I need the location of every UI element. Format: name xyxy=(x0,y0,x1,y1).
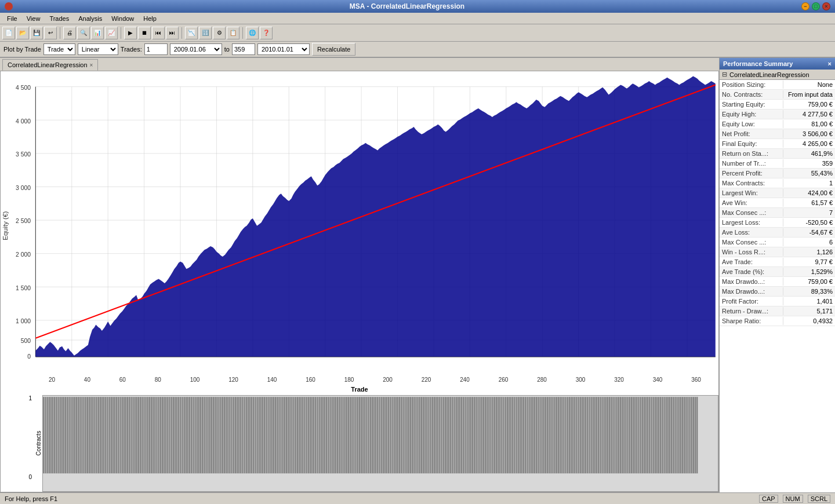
perf-header: Performance Summary × xyxy=(720,58,835,70)
minimize-button[interactable]: − xyxy=(801,2,809,10)
svg-rect-316 xyxy=(539,397,541,473)
svg-rect-120 xyxy=(181,397,183,473)
recalculate-button[interactable]: Recalculate xyxy=(312,43,355,56)
toolbar-btn11[interactable]: ⏮ xyxy=(152,27,165,39)
svg-rect-353 xyxy=(607,397,609,473)
svg-rect-75 xyxy=(100,397,101,473)
svg-rect-400 xyxy=(693,397,695,473)
toolbar-btn4[interactable]: ↩ xyxy=(44,27,57,39)
svg-rect-100 xyxy=(145,397,147,473)
menu-window[interactable]: Window xyxy=(107,14,139,23)
svg-rect-290 xyxy=(492,397,493,473)
svg-rect-337 xyxy=(578,397,579,473)
svg-rect-294 xyxy=(499,397,501,473)
perf-val-2: 759,00 € xyxy=(783,100,835,108)
svg-rect-160 xyxy=(255,397,256,473)
menu-bar: File View Trades Analysis Window Help xyxy=(0,13,835,24)
svg-rect-128 xyxy=(196,397,198,473)
date-from-select[interactable]: 2009.01.06 xyxy=(170,43,222,55)
open-button[interactable]: 📂 xyxy=(16,27,29,39)
svg-rect-254 xyxy=(426,397,428,473)
toolbar-btn15[interactable]: ⚙ xyxy=(213,27,226,39)
x-label-220: 220 xyxy=(422,377,431,383)
svg-rect-118 xyxy=(178,397,180,473)
menu-analysis[interactable]: Analysis xyxy=(74,14,107,23)
to-value-input[interactable] xyxy=(232,43,255,55)
perf-close-btn[interactable]: × xyxy=(828,60,832,67)
svg-rect-380 xyxy=(656,397,658,473)
toolbar-btn10[interactable]: ⏹ xyxy=(138,27,151,39)
svg-rect-281 xyxy=(475,397,477,473)
svg-rect-65 xyxy=(81,397,83,473)
svg-rect-365 xyxy=(629,397,630,473)
maximize-button[interactable]: □ xyxy=(812,2,820,10)
svg-rect-137 xyxy=(213,397,215,473)
svg-text:4 000: 4 000 xyxy=(16,117,31,124)
tab-close-button[interactable]: × xyxy=(90,62,93,68)
toolbar-btn6[interactable]: 🔍 xyxy=(77,27,90,39)
svg-rect-364 xyxy=(627,397,629,473)
collapse-icon[interactable]: ⊟ xyxy=(722,71,727,78)
new-button[interactable]: 📄 xyxy=(2,27,15,39)
svg-rect-350 xyxy=(601,397,603,473)
svg-rect-168 xyxy=(269,397,271,473)
x-label-260: 260 xyxy=(499,377,509,383)
svg-rect-171 xyxy=(275,397,277,473)
title-bar: MSA - CorrelatedLinearRegression − □ × xyxy=(0,0,835,13)
svg-rect-303 xyxy=(515,397,517,473)
toolbar-btn9[interactable]: ▶ xyxy=(124,27,137,39)
svg-rect-132 xyxy=(204,397,205,473)
svg-rect-143 xyxy=(224,397,226,473)
linear-select[interactable]: Linear xyxy=(78,43,118,55)
svg-rect-263 xyxy=(442,397,444,473)
svg-rect-112 xyxy=(167,397,169,473)
svg-rect-105 xyxy=(154,397,156,473)
svg-rect-129 xyxy=(198,397,200,473)
svg-rect-370 xyxy=(638,397,640,473)
perf-val-1: From input data xyxy=(783,90,835,98)
x-label-40: 40 xyxy=(84,377,90,383)
perf-val-13: 7 xyxy=(783,209,835,217)
toolbar-btn14[interactable]: 🔢 xyxy=(199,27,212,39)
svg-rect-109 xyxy=(162,397,164,473)
svg-rect-106 xyxy=(156,397,158,473)
save-button[interactable]: 💾 xyxy=(30,27,43,39)
svg-rect-146 xyxy=(229,397,231,473)
svg-rect-221 xyxy=(366,397,368,473)
chart-tab[interactable]: CorrelatedLinearRegression × xyxy=(2,59,98,71)
toolbar-btn16[interactable]: 📋 xyxy=(227,27,239,39)
svg-rect-230 xyxy=(382,397,384,473)
toolbar-btn13[interactable]: 📉 xyxy=(185,27,198,39)
menu-view[interactable]: View xyxy=(22,14,45,23)
menu-trades[interactable]: Trades xyxy=(45,14,74,23)
svg-rect-67 xyxy=(85,397,86,473)
svg-rect-219 xyxy=(362,397,364,473)
perf-row-23: Return - Draw...:5,171 xyxy=(720,306,835,316)
toolbar-btn17[interactable]: 🌐 xyxy=(246,27,259,39)
toolbar-btn7[interactable]: 📊 xyxy=(91,27,104,39)
date-to-select[interactable]: 2010.01.01 xyxy=(257,43,310,55)
svg-rect-272 xyxy=(459,397,461,473)
toolbar-btn18[interactable]: ❓ xyxy=(260,27,273,39)
toolbar-btn5[interactable]: 🖨 xyxy=(63,27,76,39)
trades-input[interactable] xyxy=(144,43,168,55)
toolbar-btn12[interactable]: ⏭ xyxy=(166,27,179,39)
svg-rect-262 xyxy=(441,397,442,473)
svg-rect-253 xyxy=(424,397,426,473)
svg-rect-158 xyxy=(251,397,253,473)
svg-text:500: 500 xyxy=(21,337,31,344)
perf-val-12: 61,57 € xyxy=(783,199,835,207)
svg-rect-258 xyxy=(434,397,435,473)
svg-rect-56 xyxy=(65,397,67,473)
plot-by-select[interactable]: Trade xyxy=(43,43,75,55)
svg-rect-163 xyxy=(260,397,262,473)
menu-file[interactable]: File xyxy=(2,14,22,23)
toolbar-btn8[interactable]: 📈 xyxy=(105,27,118,39)
perf-key-20: Max Drawdo...: xyxy=(720,277,783,286)
close-button[interactable]: × xyxy=(822,2,830,10)
x-label-60: 60 xyxy=(119,377,126,383)
menu-help[interactable]: Help xyxy=(139,14,161,23)
svg-rect-190 xyxy=(310,397,311,473)
perf-row-24: Sharpe Ratio:0,4932 xyxy=(720,316,835,326)
svg-text:3 500: 3 500 xyxy=(16,151,31,158)
